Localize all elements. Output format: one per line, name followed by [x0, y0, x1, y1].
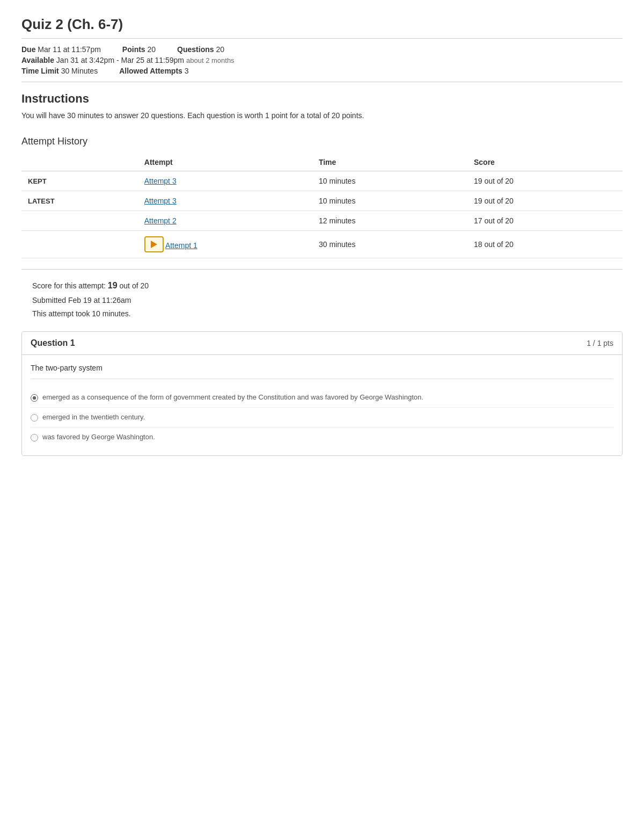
question-card-1: Question 1 1 / 1 pts The two-party syste… — [21, 331, 623, 456]
play-button[interactable] — [144, 236, 164, 252]
table-row: Attempt 130 minutes18 out of 20 — [21, 231, 623, 258]
row-score: 17 out of 20 — [467, 211, 623, 231]
row-score: 19 out of 20 — [467, 191, 623, 211]
submitted-line: Submitted Feb 19 at 11:26am — [32, 294, 623, 307]
row-time: 12 minutes — [312, 211, 467, 231]
question-body-1: The two-party system emerged as a conseq… — [22, 355, 622, 455]
answer-options-1: emerged as a consequence of the form of … — [31, 388, 613, 447]
row-label: LATEST — [21, 191, 138, 211]
answer-option[interactable]: emerged in the twentieth century. — [31, 408, 613, 427]
attempt-link[interactable]: Attempt 2 — [144, 216, 177, 225]
option-text: was favored by George Washington. — [42, 433, 155, 441]
attempt-link[interactable]: Attempt 1 — [165, 241, 197, 250]
row-attempt[interactable]: Attempt 3 — [138, 191, 312, 211]
row-label — [21, 211, 138, 231]
attempt-link[interactable]: Attempt 3 — [144, 197, 177, 205]
answer-option[interactable]: emerged as a consequence of the form of … — [31, 388, 613, 408]
score-line: Score for this attempt: 19 out of 20 — [32, 278, 623, 294]
col-header-score: Score — [467, 154, 623, 171]
radio-circle — [31, 394, 38, 402]
points-label: Points 20 — [122, 45, 156, 54]
duration-line: This attempt took 10 minutes. — [32, 307, 623, 321]
option-text: emerged as a consequence of the form of … — [42, 393, 423, 401]
question-prompt-1: The two-party system — [31, 364, 613, 379]
row-time: 10 minutes — [312, 191, 467, 211]
option-text: emerged in the twentieth century. — [42, 413, 145, 421]
col-header-label — [21, 154, 138, 171]
allowed-attempts-label: Allowed Attempts 3 — [119, 67, 188, 75]
table-row: KEPTAttempt 310 minutes19 out of 20 — [21, 171, 623, 191]
attempt-link[interactable]: Attempt 3 — [144, 177, 177, 185]
attempt-history-table: Attempt Time Score KEPTAttempt 310 minut… — [21, 154, 623, 258]
row-time: 10 minutes — [312, 171, 467, 191]
instructions-text: You will have 30 minutes to answer 20 qu… — [21, 111, 623, 120]
attempt-history-title: Attempt History — [21, 136, 623, 147]
row-label: KEPT — [21, 171, 138, 191]
due-label: Due Mar 11 at 11:57pm — [21, 45, 101, 54]
row-attempt[interactable]: Attempt 1 — [138, 231, 312, 258]
radio-circle — [31, 414, 38, 422]
row-attempt[interactable]: Attempt 2 — [138, 211, 312, 231]
timelimit-label: Time Limit 30 Minutes — [21, 67, 98, 75]
row-score: 19 out of 20 — [467, 171, 623, 191]
answer-option[interactable]: was favored by George Washington. — [31, 427, 613, 447]
col-header-attempt: Attempt — [138, 154, 312, 171]
questions-label: Questions 20 — [177, 45, 224, 54]
question-pts-1: 1 / 1 pts — [587, 339, 613, 347]
question-title-1: Question 1 — [31, 338, 75, 348]
row-attempt[interactable]: Attempt 3 — [138, 171, 312, 191]
question-header-1: Question 1 1 / 1 pts — [22, 332, 622, 355]
play-icon — [151, 241, 157, 248]
col-header-time: Time — [312, 154, 467, 171]
row-score: 18 out of 20 — [467, 231, 623, 258]
instructions-title: Instructions — [21, 92, 623, 106]
radio-circle — [31, 434, 38, 441]
score-summary: Score for this attempt: 19 out of 20 Sub… — [32, 278, 623, 321]
table-row: LATESTAttempt 310 minutes19 out of 20 — [21, 191, 623, 211]
row-label — [21, 231, 138, 258]
score-value: 19 — [108, 281, 118, 290]
available-label: Available Jan 31 at 3:42pm - Mar 25 at 1… — [21, 56, 235, 64]
quiz-meta: Due Mar 11 at 11:57pm Points 20 Question… — [21, 45, 623, 75]
row-time: 30 minutes — [312, 231, 467, 258]
table-row: Attempt 212 minutes17 out of 20 — [21, 211, 623, 231]
page-title: Quiz 2 (Ch. 6-7) — [21, 16, 623, 33]
